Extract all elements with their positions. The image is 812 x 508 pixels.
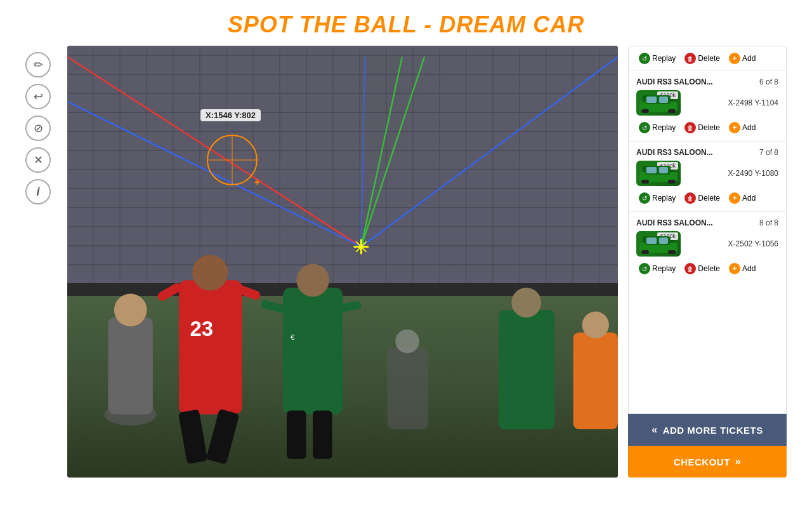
- ticket-header-7: AUDI RS3 SALOON... 7 of 8: [636, 148, 778, 157]
- add-icon-partial: +: [729, 53, 740, 64]
- pitch-ground: [67, 296, 618, 478]
- ticket-body-6: £100k X-2498 Y-1104: [636, 90, 778, 116]
- add-button-partial[interactable]: + Add: [726, 51, 758, 65]
- ticket-actions-7: ↺ Replay 🗑 Delete + Add: [636, 191, 778, 205]
- ticket-actions-partial: ↺ Replay 🗑 Delete + Add: [636, 51, 778, 65]
- ticket-actions-8: ↺ Replay 🗑 Delete + Add: [636, 262, 778, 276]
- add-tickets-chevron-icon: «: [652, 424, 657, 436]
- svg-rect-44: [659, 167, 668, 173]
- add-button-6[interactable]: + Add: [726, 121, 758, 135]
- ticket-name-7: AUDI RS3 SALOON...: [636, 148, 713, 157]
- ticket-item-partial: ↺ Replay 🗑 Delete + Add: [629, 46, 786, 71]
- delete-button-8[interactable]: 🗑 Delete: [682, 262, 723, 276]
- ticket-count-6: 6 of 8: [759, 77, 778, 86]
- delete-icon-6: 🗑: [684, 122, 696, 133]
- ticket-header-6: AUDI RS3 SALOON... 6 of 8: [636, 77, 778, 86]
- info-tool-button[interactable]: i: [25, 179, 51, 204]
- replay-button-6[interactable]: ↺ Replay: [636, 121, 678, 135]
- ticket-item-6: AUDI RS3 SALOON... 6 of 8 £100k: [629, 71, 786, 142]
- undo-tool-button[interactable]: ↩: [25, 84, 51, 109]
- replay-icon-8: ↺: [639, 263, 650, 274]
- add-icon-7: +: [729, 192, 740, 204]
- tickets-list[interactable]: ↺ Replay 🗑 Delete + Add AUDI RS3 S: [628, 46, 787, 414]
- wall-background: [67, 46, 618, 283]
- page-title: SPOT THE BALL - DREAM CAR: [0, 0, 812, 46]
- crosshair-vertical: [232, 135, 233, 185]
- eye-tool-button[interactable]: ⊘: [25, 116, 51, 141]
- delete-button-6[interactable]: 🗑 Delete: [682, 121, 723, 135]
- ticket-coords-6: X-2498 Y-1104: [686, 98, 778, 107]
- delete-button-partial[interactable]: 🗑 Delete: [682, 51, 723, 65]
- right-panel: ↺ Replay 🗑 Delete + Add AUDI RS3 S: [628, 46, 787, 478]
- svg-rect-42: [668, 180, 676, 184]
- add-icon-8: +: [729, 263, 740, 274]
- ticket-actions-6: ↺ Replay 🗑 Delete + Add: [636, 121, 778, 135]
- svg-rect-47: [641, 250, 649, 254]
- add-button-8[interactable]: + Add: [726, 262, 758, 276]
- coordinate-label: X:1546 Y:802: [200, 109, 261, 121]
- svg-rect-49: [646, 237, 657, 244]
- car-graphic-8: £100k: [636, 231, 681, 257]
- replay-button-partial[interactable]: ↺ Replay: [636, 51, 678, 65]
- delete-button-7[interactable]: 🗑 Delete: [682, 191, 723, 205]
- checkout-chevron-icon: »: [735, 456, 741, 467]
- crosshair-indicator[interactable]: +: [207, 135, 258, 185]
- add-more-tickets-button[interactable]: « ADD MORE TICKETS: [628, 414, 787, 446]
- svg-rect-50: [659, 237, 668, 244]
- tool-panel: ✏ ↩ ⊘ ✕ i: [25, 46, 57, 478]
- close-tool-button[interactable]: ✕: [25, 147, 51, 173]
- svg-rect-37: [646, 97, 657, 103]
- svg-rect-43: [646, 167, 657, 173]
- replay-icon-partial: ↺: [639, 53, 650, 64]
- svg-rect-48: [668, 250, 676, 254]
- ticket-count-8: 8 of 8: [759, 218, 778, 227]
- pencil-tool-button[interactable]: ✏: [25, 52, 51, 77]
- svg-rect-41: [641, 180, 649, 184]
- add-button-7[interactable]: + Add: [726, 191, 758, 205]
- add-icon-6: +: [729, 122, 740, 133]
- replay-button-8[interactable]: ↺ Replay: [636, 262, 678, 276]
- ticket-body-8: £100k X-2502 Y-1056: [636, 231, 778, 257]
- ticket-count-7: 7 of 8: [759, 148, 778, 157]
- checkout-button[interactable]: CHECKOUT »: [628, 446, 787, 478]
- replay-icon-7: ↺: [639, 192, 650, 204]
- ticket-coords-7: X-2490 Y-1080: [686, 169, 778, 178]
- replay-button-7[interactable]: ↺ Replay: [636, 191, 678, 205]
- ticket-name-6: AUDI RS3 SALOON...: [636, 77, 713, 86]
- delete-icon-8: 🗑: [684, 263, 696, 274]
- delete-icon-7: 🗑: [684, 192, 696, 204]
- svg-rect-35: [641, 109, 649, 113]
- game-image-area[interactable]: 23 €: [67, 46, 618, 478]
- car-graphic-6: £100k: [636, 90, 681, 116]
- delete-icon-partial: 🗑: [684, 53, 696, 64]
- ticket-item-8: AUDI RS3 SALOON... 8 of 8 £100k: [629, 212, 786, 282]
- crosshair-plus: +: [254, 177, 260, 188]
- svg-rect-36: [668, 109, 676, 113]
- replay-icon-6: ↺: [639, 122, 650, 133]
- ticket-item-7: AUDI RS3 SALOON... 7 of 8 £100k: [629, 142, 786, 212]
- ticket-coords-8: X-2502 Y-1056: [686, 239, 778, 248]
- ticket-header-8: AUDI RS3 SALOON... 8 of 8: [636, 218, 778, 227]
- ticket-body-7: £100k X-2490 Y-1080: [636, 161, 778, 186]
- svg-rect-38: [659, 97, 668, 103]
- car-graphic-7: £100k: [636, 161, 681, 186]
- ticket-name-8: AUDI RS3 SALOON...: [636, 218, 713, 227]
